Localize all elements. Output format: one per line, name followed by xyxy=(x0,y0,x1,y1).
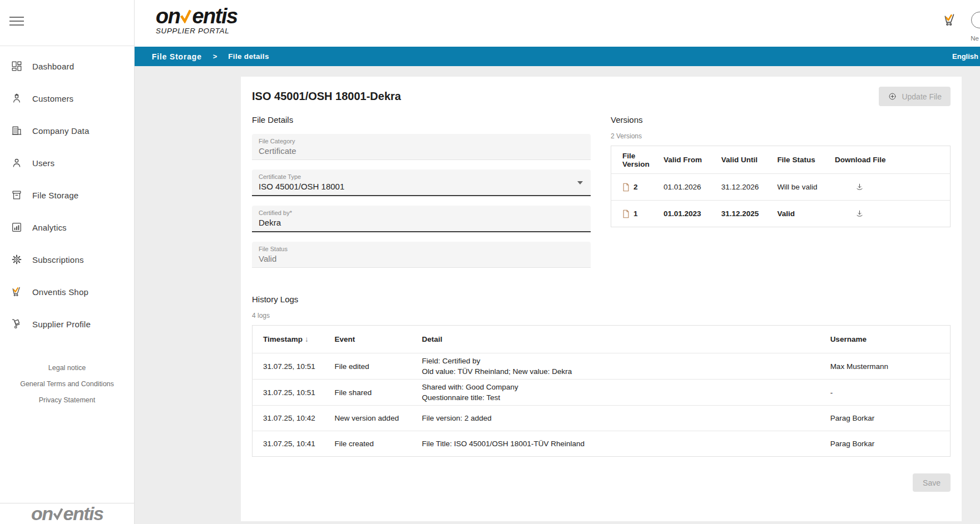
versions-col-file-version: File Version xyxy=(611,146,664,174)
sidebar-item-label: Supplier Profile xyxy=(32,320,91,329)
breadcrumb-file-storage[interactable]: File Storage xyxy=(152,52,202,61)
logo-check-icon xyxy=(180,8,192,23)
main-area: onentis SUPPLIER PORTAL Ne File Storage … xyxy=(135,0,980,524)
sidebar-item-label: Onventis Shop xyxy=(32,287,88,297)
sidebar-item-label: Users xyxy=(32,158,55,168)
versions-heading: Versions xyxy=(611,115,951,124)
sidebar-nav: Dashboard Customers Company Data Users xyxy=(0,46,134,340)
logo-check-icon xyxy=(53,507,63,520)
versions-col-file-status: File Status xyxy=(777,146,835,174)
logo-subtitle: SUPPLIER PORTAL xyxy=(156,27,237,35)
privacy-link[interactable]: Privacy Statement xyxy=(0,392,134,408)
versions-table: File Version Valid From Valid Until File… xyxy=(611,146,951,227)
history-log-row: 31.07.25, 10:51 File shared Shared with:… xyxy=(253,380,951,406)
history-logs-table: Timestamp↓ Event Detail Username 31.07.2… xyxy=(252,325,951,457)
sidebar-item-file-storage[interactable]: File Storage xyxy=(0,179,134,211)
sidebar-item-customers[interactable]: Customers xyxy=(0,82,134,114)
file-category-input xyxy=(259,146,584,156)
breadcrumb-bar: File Storage > File details English xyxy=(135,47,980,66)
version-row: 1 01.01.2023 31.12.2025 Valid xyxy=(611,201,951,227)
history-col-timestamp[interactable]: Timestamp↓ xyxy=(253,326,335,353)
version-status: Will be valid xyxy=(777,174,835,201)
history-log-row: 31.07.25, 10:41 File created File Title:… xyxy=(253,431,951,457)
versions-count: 2 Versions xyxy=(611,132,951,140)
sidebar-item-label: File Storage xyxy=(32,191,78,200)
supplier-profile-handtruck-icon xyxy=(10,317,23,331)
file-storage-icon xyxy=(10,188,23,202)
page-title: ISO 45001/OSH 18001-Dekra xyxy=(252,87,401,103)
certificate-type-field[interactable]: Certificate Type xyxy=(252,169,591,196)
onventis-logo[interactable]: onentis SUPPLIER PORTAL xyxy=(156,4,237,35)
content-background: ISO 45001/OSH 18001-Dekra Update File Fi… xyxy=(135,66,980,524)
history-col-username[interactable]: Username xyxy=(830,326,951,353)
hamburger-menu-icon[interactable] xyxy=(9,17,24,28)
header-profile-circle-icon[interactable] xyxy=(971,12,980,28)
shop-cart-icon xyxy=(10,285,23,298)
header-truncated-label: Ne xyxy=(971,35,979,42)
breadcrumb-chevron-icon: > xyxy=(213,52,217,61)
sidebar-item-label: Analytics xyxy=(32,223,67,232)
download-file-button[interactable] xyxy=(854,208,865,219)
sidebar-item-onventis-shop[interactable]: Onventis Shop xyxy=(0,276,134,308)
sidebar-item-label: Subscriptions xyxy=(32,255,84,265)
sidebar-item-supplier-profile[interactable]: Supplier Profile xyxy=(0,308,134,340)
sidebar-item-label: Customers xyxy=(32,94,73,103)
file-icon xyxy=(622,183,630,192)
file-details-card: ISO 45001/OSH 18001-Dekra Update File Fi… xyxy=(241,77,962,521)
history-logs-section: History Logs 4 logs Timestamp↓ Event Det… xyxy=(252,295,951,457)
sidebar-item-label: Dashboard xyxy=(32,62,74,71)
customers-icon xyxy=(10,92,23,105)
file-icon xyxy=(622,209,630,218)
download-file-button[interactable] xyxy=(854,181,865,193)
dropdown-arrow-icon[interactable] xyxy=(577,181,583,184)
sidebar-item-users[interactable]: Users xyxy=(0,147,134,179)
file-category-field: File Category xyxy=(252,134,591,160)
history-log-row: 31.07.25, 10:51 File edited Field: Certi… xyxy=(253,353,951,380)
language-selector[interactable]: English xyxy=(952,52,978,61)
sidebar-top xyxy=(0,0,134,46)
history-logs-count: 4 logs xyxy=(252,312,951,320)
subscriptions-gear-icon xyxy=(10,253,23,266)
plus-circle-icon xyxy=(888,92,897,101)
file-details-section: File Details File Category Certificate T… xyxy=(252,115,591,268)
sidebar-footer-links: Legal notice General Terms and Condition… xyxy=(0,360,134,408)
header-shop-cart-icon[interactable] xyxy=(942,12,958,30)
users-icon xyxy=(10,156,23,169)
company-data-icon xyxy=(10,124,23,137)
top-header: onentis SUPPLIER PORTAL Ne xyxy=(135,0,980,47)
sidebar-item-subscriptions[interactable]: Subscriptions xyxy=(0,243,134,276)
file-status-input xyxy=(259,254,584,263)
versions-col-valid-from: Valid From xyxy=(664,146,721,174)
version-row: 2 01.01.2026 31.12.2026 Will be valid xyxy=(611,174,951,201)
update-file-button[interactable]: Update File xyxy=(879,87,951,106)
sidebar-footer-logo: onentis xyxy=(0,503,134,524)
history-log-row: 31.07.25, 10:42 New version added File v… xyxy=(253,406,951,431)
certified-by-field[interactable]: Certified by* xyxy=(252,206,591,232)
sidebar-item-analytics[interactable]: Analytics xyxy=(0,211,134,243)
versions-section: Versions 2 Versions File Version Valid F… xyxy=(611,115,951,268)
sidebar: Dashboard Customers Company Data Users xyxy=(0,0,135,524)
history-col-detail[interactable]: Detail xyxy=(422,326,830,353)
analytics-icon xyxy=(10,221,23,234)
version-status: Valid xyxy=(777,201,835,227)
app-root: Dashboard Customers Company Data Users xyxy=(0,0,980,524)
file-status-field: File Status xyxy=(252,242,591,268)
history-logs-heading: History Logs xyxy=(252,295,951,304)
file-details-heading: File Details xyxy=(252,115,591,124)
certificate-type-input[interactable] xyxy=(259,182,584,191)
sidebar-item-company-data[interactable]: Company Data xyxy=(0,114,134,147)
sidebar-item-label: Company Data xyxy=(32,126,89,136)
sort-descending-icon: ↓ xyxy=(305,335,309,343)
certified-by-input[interactable] xyxy=(259,218,584,227)
dashboard-icon xyxy=(10,59,23,73)
save-button[interactable]: Save xyxy=(913,473,951,492)
sidebar-item-dashboard[interactable]: Dashboard xyxy=(0,50,134,82)
terms-link[interactable]: General Terms and Conditions xyxy=(0,376,134,392)
history-col-event[interactable]: Event xyxy=(335,326,422,353)
legal-notice-link[interactable]: Legal notice xyxy=(0,360,134,376)
breadcrumb-current-page: File details xyxy=(228,52,269,61)
versions-col-download: Download File xyxy=(835,146,950,174)
versions-col-valid-until: Valid Until xyxy=(721,146,778,174)
